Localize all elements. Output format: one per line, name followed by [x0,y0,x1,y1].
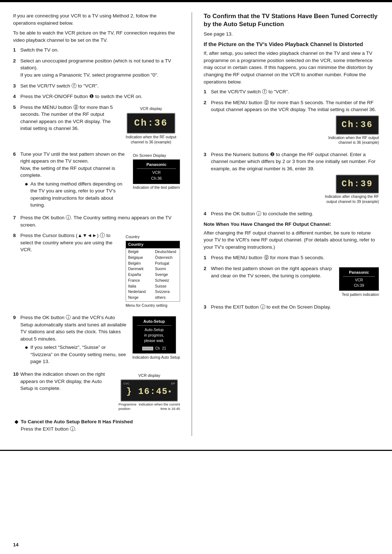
right-column: To Confirm that the TV Stations Have Bee… [204,12,379,436]
step-10-text: When the indication shown on the right a… [20,371,105,391]
country-item: Sverige [155,272,177,278]
sub-heading: If the Picture on the TV’s Video Playbac… [204,41,379,48]
right-step2-3-content: Press the EXIT button ⓙ to exit the On S… [211,304,379,311]
cancel-list: ◆ To Cancel the Auto Setup Before It Has… [15,418,180,432]
step-8-country-wrap: Country Country België Belgique Belgiën [126,232,180,310]
right-step2-1: 1 Press the MENU button ⓖ for more than … [204,254,379,261]
right-steps-list-1: 1 Set the VCR/TV switch ⓕ to "VCR". 2 Pr… [204,88,379,217]
intro-para-1: If you are connecting your VCR to a TV u… [13,12,180,27]
step-4-content: Press the VCR-ON/OFF button ❶ to switch … [20,93,180,100]
vcr-display2-captions: Programmeposition Indication when the cu… [118,402,180,411]
osd-label-step6: On Screen Display [133,153,166,159]
vcr-top-left: CVC [123,382,130,386]
right-steps-list-2: 1 Press the MENU button ⓖ for more than … [204,254,379,310]
right-step-1: 1 Set the VCR/TV switch ⓕ to "VCR". [204,88,379,95]
step-6-text: Tune your TV until the test pattern show… [20,151,124,178]
left-step-4: 4 Press the VCR-ON/OFF button ❶ to switc… [13,93,180,100]
vcr-display2-text: } 16:45★ [126,386,172,398]
vcr-right-caption-step2: Indication when the RF output channel is… [321,135,379,145]
ch-label: Ch [155,346,160,351]
right-step-1-content: Set the VCR/TV switch ⓕ to "VCR". [211,88,379,95]
cancel-heading: To Cancel the Auto Setup Before It Has F… [21,419,133,424]
country-item: Nederland [128,289,151,295]
step-6-bullets: ● As the tuning method differs depending… [25,180,129,209]
vcr-caption-left: Programmeposition [118,402,136,411]
auto-setup-caption: Indication during Auto Setup [132,355,180,360]
osd-title-step6: Panasonic [137,162,176,169]
left-step-8: 8 Press the Cursor buttons (▲▼◄►) ⓛ to s… [13,232,180,310]
country-item: België [128,249,151,255]
country-item: Belgique [128,255,151,261]
step-6-text-wrap: Tune your TV until the test pattern show… [20,151,129,211]
right-step-2-text: Press the MENU button ⓖ for more than 5 … [211,100,376,113]
cancel-content: To Cancel the Auto Setup Before It Has F… [21,418,133,432]
step-3-content: Set the VCR/TV switch ⓕ to "VCR". [20,82,180,90]
auto-setup-box: Auto-Setup Auto-Setup in progress, pleas… [132,316,176,354]
vcr-top-right: EP [171,382,175,386]
country-header: Country [126,241,180,248]
country-item: Österreich [155,255,177,261]
right-step-4: 4 Press the OK button ⓙ to conclude the … [204,210,379,217]
right-step-1-text: Set the VCR/TV switch ⓕ to "VCR". [211,89,289,94]
progress-bar [142,347,153,350]
bullet-icon: ● [25,180,28,209]
step-10-content: When the indication shown on the right a… [20,371,180,413]
cancel-section: ◆ To Cancel the Auto Setup Before It Has… [13,418,180,432]
step-num-10: 10 [13,371,20,378]
vcr-right-text-step3: Ch:39 [342,178,373,191]
step-num-1: 1 [13,46,20,54]
auto-setup-sub1: Auto-Setup [137,327,171,333]
test-pattern-box: Panasonic VCRCh:39 [339,267,379,291]
left-step-5: 5 Press the MENU button ⓖ for more than … [13,104,180,147]
step-8-text: Press the Cursor buttons (▲▼◄►) ⓛ to sel… [20,233,113,252]
step-5-display-wrap: VCR display Ch:36 Indication when the RF… [122,104,180,147]
auto-setup-title: Auto-Setup [137,319,171,326]
ch-value: 21 [162,346,166,351]
country-item: Suisse [155,284,177,289]
right-step2-1-content: Press the MENU button ⓖ for more than 5 … [211,254,379,261]
country-item: España [128,272,151,278]
left-steps-list: 1 Switch the TV on. 2 Select an unoccupi… [13,46,180,413]
country-item: Belgiën [128,261,151,266]
step-7-text: Press the OK button ⓙ. The Country setti… [20,215,171,228]
step-9-text-wrap: Press the OK button ⓙ and the VCR’s Auto… [20,314,129,367]
right-step2-3-text: Press the EXIT button ⓙ to exit the On S… [211,304,331,310]
vcr-display-step5: VCR display Ch:36 Indication when the RF… [122,106,180,145]
step-9-bullet-1: ● If you select “Schweiz”, “Suisse” or “… [25,344,129,365]
bullet-icon: ● [25,344,28,365]
step-6-bullet-1: ● As the tuning method differs depending… [25,180,129,209]
step-8-text-wrap: Press the Cursor buttons (▲▼◄►) ⓛ to sel… [20,232,122,253]
step-7-content: Press the OK button ⓙ. The Country setti… [20,214,180,228]
right-step2-2-text-wrap: When the test pattern shown on the right… [211,265,335,279]
step-2-content: Select an unoccupied programme position … [20,57,180,79]
note-text: After changing the RF output channel to … [204,229,379,251]
vcr-right-step2: Ch:36 Indication when the RF output chan… [211,115,379,145]
country-body: België Belgique Belgiën Danmark España F… [126,248,180,301]
step-num-2: 2 [13,57,20,79]
right-step2-2: 2 When the test pattern shown on the rig… [204,265,379,300]
country-item: Danmark [128,266,151,272]
vcr-display2-label: VCR display [138,373,160,379]
test-pattern-content: VCRCh:39 [343,277,375,288]
step-9-autosetup-wrap: Auto-Setup Auto-Setup in progress, pleas… [132,314,180,362]
bottom-border [0,450,392,451]
right-step-num-3: 3 [204,151,211,158]
intro-para-2: To be able to watch the VCR picture on t… [13,29,180,44]
right-step-num-1: 1 [204,88,211,95]
right-step-4-text: Press the OK button ⓙ to conclude the se… [211,211,313,216]
diamond-icon: ◆ [15,418,19,432]
auto-setup-container: Auto-Setup Auto-Setup in progress, pleas… [132,316,180,360]
step-6-bullet-text: As the tuning method differs depending o… [30,180,129,209]
vcr-text-step5: Ch:36 [134,117,168,130]
column-divider [192,12,192,436]
country-item: Deutschland [155,249,177,255]
right-step-num-2: 2 [204,99,211,106]
step-6-osd-wrap: On Screen Display Panasonic VCRCh:36 Ind… [133,151,180,192]
step-8-content: Press the Cursor buttons (▲▼◄►) ⓛ to sel… [20,232,180,310]
page: If you are connecting your VCR to a TV u… [0,0,392,554]
step-9-text: Press the OK button ⓙ and the VCR’s Auto… [20,315,126,342]
vcr-box-step5: Ch:36 [127,113,175,134]
step-5-content: Press the MENU button ⓖ for more than 5 … [20,104,180,147]
country-item: Suomi [155,266,177,272]
country-container-step8: Country Country België Belgique Belgiën [126,234,180,308]
